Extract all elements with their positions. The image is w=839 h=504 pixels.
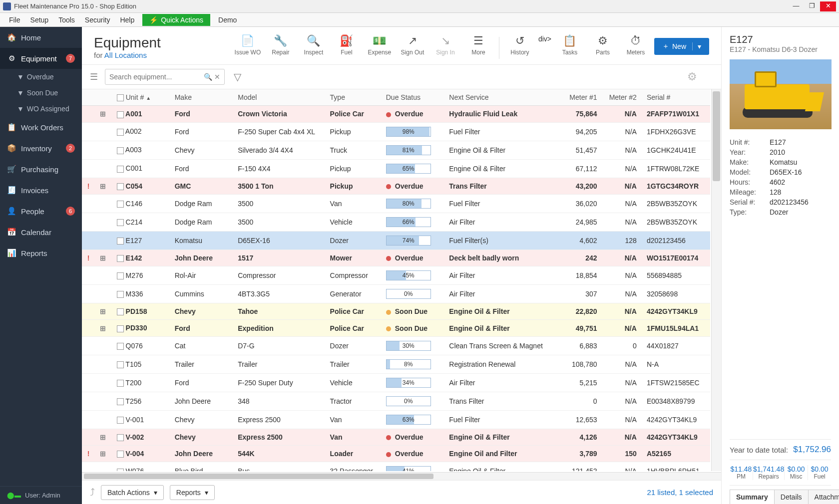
expand-toggle[interactable] — [95, 141, 112, 159]
table-row[interactable]: A002FordF-250 Super Cab 4x4 XLPickup98%F… — [82, 122, 710, 141]
col-make[interactable]: Make — [170, 89, 233, 106]
select-all-checkbox[interactable] — [117, 94, 124, 101]
expand-toggle[interactable] — [95, 266, 112, 285]
col-m2[interactable]: Meter #2 — [602, 89, 642, 106]
table-row[interactable]: T200FordF-250 Super DutyVehicle34%Air Fi… — [82, 373, 710, 392]
table-row[interactable]: !⊞ E142John Deere1517MowerOverdueDeck be… — [82, 250, 710, 266]
cost-cell[interactable]: $0.00Fuel — [808, 465, 831, 480]
sidebar-home[interactable]: 🏠Home — [0, 27, 82, 48]
expand-toggle[interactable] — [95, 194, 112, 213]
menu-tools[interactable]: Tools — [53, 14, 80, 26]
expand-toggle[interactable]: ⊞ — [95, 250, 112, 266]
tool-issue-wo[interactable]: 📄Issue WO — [233, 35, 262, 56]
close-button[interactable]: ✕ — [820, 1, 836, 11]
expand-toggle[interactable]: ⊞ — [95, 446, 112, 462]
tool-signout[interactable]: ↗Sign Out — [398, 35, 427, 56]
col-warn[interactable] — [82, 89, 95, 106]
tab-attachments[interactable]: Attachments — [808, 490, 839, 504]
table-row[interactable]: C146Dodge Ram3500Van80%Fuel Filter36,020… — [82, 194, 710, 213]
tool-expense[interactable]: 💵Expense — [365, 35, 394, 56]
table-row[interactable]: ⊞ PD330FordExpeditionPolice CarSoon DueE… — [82, 320, 710, 336]
table-row[interactable]: W076Blue BirdBus32 Passenger41%Engine Oi… — [82, 462, 710, 471]
row-checkbox[interactable] — [117, 219, 124, 226]
expand-toggle[interactable] — [95, 159, 112, 178]
cost-cell[interactable]: $11.48PM — [730, 465, 753, 480]
col-type[interactable]: Type — [325, 89, 381, 106]
col-next[interactable]: Next Service — [444, 89, 560, 106]
row-checkbox[interactable] — [117, 201, 124, 208]
row-checkbox[interactable] — [117, 255, 124, 262]
menu-file[interactable]: File — [4, 14, 25, 26]
sidebar-people[interactable]: 👤People6 — [0, 201, 82, 222]
table-row[interactable]: M336Cummins4BT3.3G5Generator0%Air Filter… — [82, 285, 710, 303]
locations-link[interactable]: All Locations — [104, 51, 147, 59]
row-checkbox[interactable] — [117, 434, 124, 441]
row-checkbox[interactable] — [117, 129, 124, 136]
expand-toggle[interactable] — [95, 410, 112, 429]
sidebar-soon-due[interactable]: ▼Soon Due — [0, 85, 82, 101]
new-button[interactable]: ＋New▾ — [654, 38, 709, 55]
table-row[interactable]: A003ChevySilverado 3/4 4X4Truck81%Engine… — [82, 141, 710, 159]
row-checkbox[interactable] — [117, 147, 124, 154]
tool-more[interactable]: ☰More — [464, 35, 493, 56]
tool-history[interactable]: ↺History — [505, 35, 534, 56]
grid-settings-icon[interactable]: ⚙ — [687, 70, 697, 83]
tool-tasks[interactable]: 📋Tasks — [555, 35, 584, 56]
tool-repair[interactable]: 🔧Repair — [266, 35, 295, 56]
table-row[interactable]: !⊞ V-004John Deere544KLoaderOverdueEngin… — [82, 446, 710, 462]
col-serial[interactable]: Serial # — [642, 89, 710, 106]
row-checkbox[interactable] — [117, 343, 124, 350]
col-unit[interactable]: Unit #▲ — [112, 89, 170, 106]
sidebar-calendar[interactable]: 📅Calendar — [0, 222, 82, 243]
expand-toggle[interactable] — [95, 373, 112, 392]
table-row[interactable]: !⊞ C054GMC3500 1 TonPickupOverdueTrans F… — [82, 178, 710, 194]
table-row[interactable]: M276Rol-AirCompressorCompressor45%Air Fi… — [82, 266, 710, 285]
menu-help[interactable]: Help — [115, 14, 139, 26]
row-checkbox[interactable] — [117, 398, 124, 405]
col-expand[interactable] — [95, 89, 112, 106]
expand-toggle[interactable]: ⊞ — [95, 178, 112, 194]
table-row[interactable]: E127KomatsuD65EX-16Dozer74%Fuel Filter(s… — [82, 231, 710, 250]
filter-icon[interactable]: ▽ — [234, 71, 241, 83]
table-row[interactable]: C214Dodge Ram3500Vehicle66%Air Filter24,… — [82, 213, 710, 231]
quick-actions-button[interactable]: ⚡Quick Actions — [142, 14, 210, 26]
sidebar-invoices[interactable]: 🧾Invoices — [0, 180, 82, 201]
sidebar-overdue[interactable]: ▼Overdue — [0, 69, 82, 85]
cost-cell[interactable]: $1,741.48Repairs — [753, 465, 785, 480]
expand-toggle[interactable]: ⊞ — [95, 320, 112, 336]
batch-actions-button[interactable]: Batch Actions▾ — [101, 485, 164, 500]
col-due[interactable]: Due Status — [381, 89, 444, 106]
table-row[interactable]: C001FordF-150 4X4Pickup65%Engine Oil & F… — [82, 159, 710, 178]
menu-demo[interactable]: Demo — [213, 14, 242, 26]
sidebar-purchasing[interactable]: 🛒Purchasing — [0, 159, 82, 180]
expand-toggle[interactable]: ⊞ — [95, 429, 112, 445]
row-checkbox[interactable] — [117, 272, 124, 279]
minimize-button[interactable]: — — [788, 1, 804, 11]
sidebar-wo-assigned[interactable]: ▼WO Assigned — [0, 101, 82, 117]
expand-toggle[interactable] — [95, 231, 112, 250]
row-checkbox[interactable] — [117, 308, 124, 315]
expand-toggle[interactable]: ⊞ — [95, 303, 112, 320]
table-row[interactable]: T256John Deere348Tractor0%Trans Filter0N… — [82, 392, 710, 410]
tool-fuel[interactable]: ⛽Fuel — [332, 35, 361, 56]
reports-button[interactable]: Reports▾ — [170, 485, 215, 500]
row-checkbox[interactable] — [117, 451, 124, 458]
sidebar-work-orders[interactable]: 📋Work Orders — [0, 117, 82, 138]
row-checkbox[interactable] — [117, 325, 124, 332]
table-row[interactable]: ⊞ V-002ChevyExpress 2500VanOverdueEngine… — [82, 429, 710, 445]
sidebar-user[interactable]: ⬤▬User: Admin — [0, 486, 82, 504]
col-m1[interactable]: Meter #1 — [560, 89, 602, 106]
expand-toggle[interactable] — [95, 392, 112, 410]
expand-toggle[interactable] — [95, 336, 112, 355]
expand-toggle[interactable]: ⊞ — [95, 106, 112, 122]
sidebar-equipment[interactable]: ⚙Equipment7 — [0, 48, 82, 69]
table-row[interactable]: Q076CatD7-GDozer30%Clean Trans Screen & … — [82, 336, 710, 355]
row-checkbox[interactable] — [117, 238, 124, 245]
cost-cell[interactable]: $0.00Misc — [785, 465, 808, 480]
tool-inspect[interactable]: 🔍Inspect — [299, 35, 328, 56]
table-row[interactable]: V-001ChevyExpress 2500Van63%Fuel Filter1… — [82, 410, 710, 429]
table-row[interactable]: ⊞ A001FordCrown VictoriaPolice CarOverdu… — [82, 106, 710, 122]
tool-parts[interactable]: ⚙Parts — [588, 35, 617, 56]
expand-toggle[interactable] — [95, 213, 112, 231]
tool-meters[interactable]: ⏱Meters — [621, 35, 650, 56]
